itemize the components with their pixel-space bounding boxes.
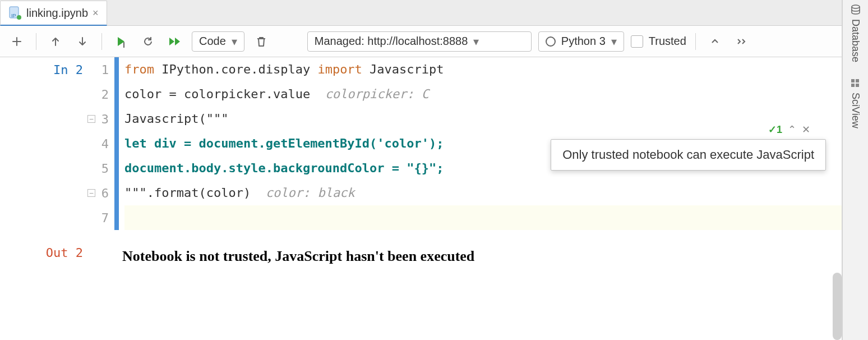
chevron-down-icon: ▾ [473,35,479,48]
code-token: Javascript [362,57,444,82]
tab-linking-ipynb[interactable]: IP linking.ipynb × [0,1,107,26]
side-tool-rail: Database SciView [842,0,868,340]
svg-rect-5 [851,79,855,82]
cell-status-bar: ✓1 ⌃ ✕ [768,123,810,136]
line-number: 1 [101,63,109,77]
tooltip-text: Only trusted notebook can execute JavaSc… [562,148,814,162]
inline-hint: colorpicker: C [325,82,429,107]
svg-rect-8 [856,84,859,87]
svg-point-4 [852,5,860,8]
tab-bar: IP linking.ipynb × [0,0,842,26]
add-cell-button[interactable] [7,31,27,52]
svg-rect-7 [851,84,855,87]
trusted-toggle[interactable]: Trusted [631,35,686,48]
kernel-status-icon [546,36,556,47]
line-number: 4 [101,137,109,151]
out-prompt: Out 2 [46,246,83,260]
code-token: color = colorpicker.value [124,82,325,107]
sciview-tool-tab[interactable]: SciView [849,78,861,128]
inline-hint: color: black [266,181,355,205]
side-tab-label: SciView [849,93,861,128]
scrollbar-thumb[interactable] [833,273,842,340]
database-tool-tab[interactable]: Database [849,4,861,62]
line-number: 7 [101,211,109,225]
code-token: import [317,57,362,82]
separator [695,33,696,50]
trust-warning-tooltip: Only trusted notebook can execute JavaSc… [551,139,826,171]
server-label: Managed: http://localhost:8888 [315,35,468,48]
celltype-label: Code [199,35,226,48]
code-token: from [124,57,154,82]
line-number: 5 [101,162,109,176]
restart-kernel-button[interactable] [138,31,158,52]
svg-point-2 [17,15,21,20]
ipynb-file-icon: IP [8,6,22,20]
tab-label: linking.ipynb [26,7,88,20]
run-cell-button[interactable] [111,31,131,52]
collapse-button[interactable] [705,31,725,52]
close-icon[interactable]: × [93,7,99,19]
move-cell-up-button[interactable] [45,31,66,52]
code-token: document.body.style.backgroundColor = "{… [124,156,444,181]
trusted-checkbox[interactable] [631,35,643,48]
cell-close-icon[interactable]: ✕ [802,123,810,136]
exec-badge: ✓1 [768,123,782,136]
side-tab-label: Database [849,19,861,62]
output-cell: Out 2 Notebook is not trusted, JavaScrip… [0,240,842,273]
kernel-label: Python 3 [561,35,606,48]
server-select[interactable]: Managed: http://localhost:8888 ▾ [307,31,532,52]
celltype-select[interactable]: Code ▾ [192,31,244,52]
svg-rect-3 [123,42,124,48]
output-text: Notebook is not trusted, JavaScript hasn… [119,240,842,273]
cell-collapse-icon[interactable]: ⌃ [788,123,796,136]
line-number: 6 [101,186,109,200]
editor-area: ✓1 ⌃ ✕ In 2 1 2 –3 4 5 –6 7 from IPyth [0,57,842,340]
fold-icon[interactable]: – [87,115,95,123]
kernel-select[interactable]: Python 3 ▾ [538,31,624,52]
more-button[interactable] [732,31,752,52]
svg-text:IP: IP [11,13,16,19]
run-all-button[interactable] [165,31,185,52]
chevron-down-icon: ▾ [232,35,237,48]
in-prompt: In 2 [53,63,83,77]
fold-icon[interactable]: – [87,189,95,197]
separator [36,33,36,50]
code-token: IPython.core.display [154,57,317,82]
delete-cell-button[interactable] [251,31,271,52]
code-token: Javascript(""" [124,107,228,131]
separator [101,33,102,50]
code-token: let div = document.getElementById('color… [124,131,444,156]
chevron-down-icon: ▾ [611,35,617,48]
trusted-label: Trusted [649,35,686,48]
line-number: 3 [101,112,109,126]
notebook-toolbar: Code ▾ Managed: http://localhost:8888 ▾ … [0,26,842,57]
line-number: 2 [101,88,109,102]
move-cell-down-button[interactable] [72,31,93,52]
svg-rect-6 [856,79,859,82]
line-gutter: 1 2 –3 4 5 –6 7 [90,57,114,230]
cell-indicator-bar [114,57,119,230]
code-token: """.format(color) [124,181,266,205]
